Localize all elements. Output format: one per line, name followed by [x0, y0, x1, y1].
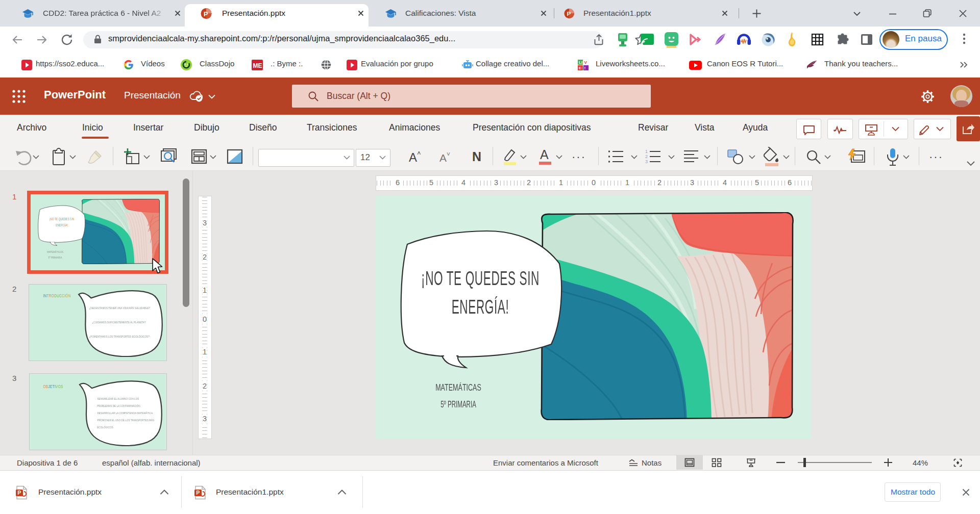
svg-text:2: 2 — [645, 154, 648, 159]
svg-text:P: P — [204, 11, 208, 18]
svg-text:P: P — [17, 490, 21, 496]
svg-text:ME: ME — [253, 62, 262, 69]
svg-text:P: P — [196, 490, 200, 496]
svg-text:V: V — [584, 60, 587, 65]
svg-text:!: ! — [584, 66, 586, 70]
svg-text:1: 1 — [645, 149, 648, 154]
svg-text:P: P — [567, 11, 571, 17]
svg-text:LI: LI — [579, 60, 582, 65]
svg-text:3: 3 — [645, 159, 648, 164]
svg-text:E: E — [579, 66, 582, 70]
